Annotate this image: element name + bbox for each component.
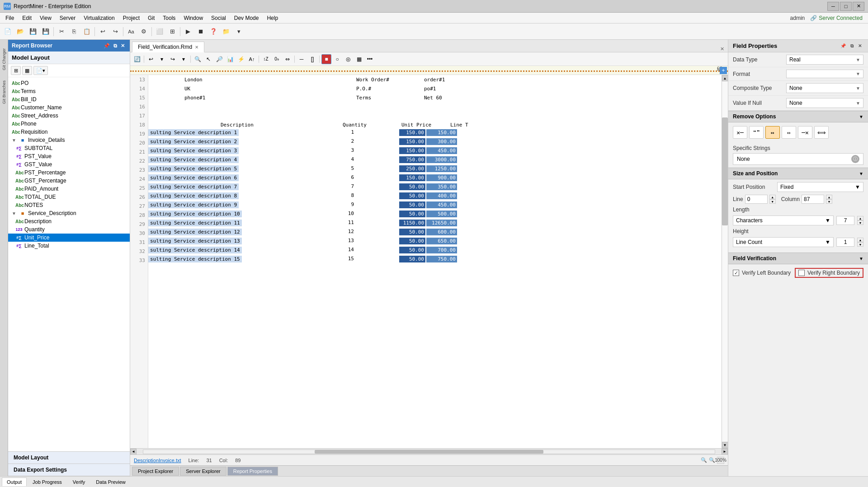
remove-options-section-header[interactable]: Remove Options ▼ <box>728 111 868 122</box>
panel-close-x[interactable]: ✕ <box>720 46 724 52</box>
verify-tab[interactable]: Verify <box>68 478 90 487</box>
tree-item-servicedescription[interactable]: ▼ ■ Service_Description <box>8 209 130 217</box>
tree-item-notes[interactable]: Abc NOTES <box>8 201 130 209</box>
new-button[interactable]: 📄 <box>2 26 14 37</box>
git-branches-tab[interactable]: Git Branches <box>0 76 8 108</box>
tree-item-paidamount[interactable]: Abc PAID_Amount <box>8 185 130 193</box>
report-properties-tab[interactable]: Report Properties <box>227 467 278 476</box>
editor-tab-field-verification[interactable]: Field_Verification.Rmd ✕ <box>132 42 204 52</box>
search-button[interactable]: 🔎 <box>214 54 224 64</box>
copy-button[interactable]: ⎘ <box>68 26 80 37</box>
align-button[interactable]: ⇔ <box>283 54 292 64</box>
length-value-input[interactable]: 7 <box>836 216 854 225</box>
tree-item-terms[interactable]: Abc Terms <box>8 87 130 95</box>
open-button[interactable]: 📂 <box>14 26 26 37</box>
run-button[interactable]: ▶ <box>182 26 194 37</box>
line-input[interactable]: 0 <box>745 195 768 204</box>
tree-item-customername[interactable]: Abc Customer_Name <box>8 103 130 112</box>
panel-float-button[interactable]: ⧉ <box>112 42 118 49</box>
save-button[interactable]: 💾 <box>27 26 39 37</box>
height-type-select[interactable]: Line Count ▼ <box>733 237 834 247</box>
column-down-button[interactable]: ▼ <box>826 199 832 204</box>
expand-icon[interactable]: ▼ <box>12 211 17 216</box>
scroll-right-button[interactable]: ► <box>722 449 728 455</box>
git-changer-tab[interactable]: Git Changer <box>0 44 8 75</box>
dash-button[interactable]: ─ <box>297 54 307 64</box>
length-up-button[interactable]: ▲ <box>857 216 863 220</box>
redo-button[interactable]: ↪ <box>168 54 178 64</box>
size-position-section-header[interactable]: Size and Position ▼ <box>728 168 868 179</box>
tree-btn-2[interactable]: ▦ <box>22 66 32 75</box>
scroll-thumb[interactable] <box>722 117 728 225</box>
value-if-null-select[interactable]: None ▼ <box>786 98 863 108</box>
bracket-button[interactable]: [] <box>307 54 317 64</box>
data-preview-tab[interactable]: Data Preview <box>91 478 130 487</box>
data-export-settings-btn[interactable]: Data Export Settings <box>8 464 130 476</box>
tree-item-po[interactable]: Abc PO <box>8 79 130 87</box>
paste-button[interactable]: 📋 <box>81 26 93 37</box>
refresh-button[interactable]: 🔄 <box>132 54 142 64</box>
tree-item-invoicedetails[interactable]: ▼ ■ Invoice_Details <box>8 136 130 144</box>
column-up-button[interactable]: ▲ <box>826 195 832 199</box>
menu-project[interactable]: Project <box>119 14 143 22</box>
format-select[interactable]: ▼ <box>786 70 863 78</box>
close-button[interactable]: ✕ <box>853 2 864 11</box>
tab-close-button[interactable]: ✕ <box>195 45 198 50</box>
more-button[interactable]: ••• <box>365 54 375 64</box>
job-progress-tab[interactable]: Job Progress <box>28 478 67 487</box>
undo-button[interactable]: ↩ <box>146 54 156 64</box>
highlight-button[interactable]: ■ <box>321 54 331 64</box>
grid-button[interactable]: ▦ <box>354 54 364 64</box>
verify-right-group[interactable]: Verify Right Boundary <box>795 268 863 278</box>
scroll-down-button[interactable]: ▼ <box>722 442 728 448</box>
menu-tools[interactable]: Tools <box>159 14 179 22</box>
horizontal-scrollbar[interactable]: ◄ ► <box>130 448 728 454</box>
status-filename[interactable]: DescriptionInvoice.txt <box>134 458 181 463</box>
menu-devmode[interactable]: Dev Mode <box>231 14 263 22</box>
select-button[interactable]: ↖ <box>203 54 213 64</box>
data-type-select[interactable]: Real ▼ <box>786 55 863 65</box>
ro-btn-4[interactable]: ⇔ <box>782 126 796 139</box>
chart-button[interactable]: 📊 <box>225 54 235 64</box>
tree-item-phone[interactable]: Abc Phone <box>8 120 130 128</box>
scroll-up-button[interactable]: ▲ <box>722 75 728 81</box>
redo-button[interactable]: ↪ <box>109 26 121 37</box>
ro-btn-1[interactable]: ✕─ <box>733 126 747 139</box>
tree-item-streetaddress[interactable]: Abc Street_Address <box>8 112 130 120</box>
output-tab[interactable]: Output <box>2 478 27 486</box>
font2-button[interactable]: A↑ <box>247 54 257 64</box>
tree-item-requisition[interactable]: Abc Requisition <box>8 128 130 136</box>
et-dropdown-button[interactable]: ▾ <box>157 54 167 64</box>
rp-pin-button[interactable]: 📌 <box>839 43 848 49</box>
scroll-thumb-h[interactable] <box>315 450 543 454</box>
tree-item-quantity[interactable]: 123 Quantity <box>8 225 130 234</box>
tree-item-billid[interactable]: Abc Bill_ID <box>8 95 130 103</box>
ro-btn-6[interactable]: ⟺ <box>814 126 829 139</box>
menu-view[interactable]: View <box>36 14 55 22</box>
panel-pin-button[interactable]: 📌 <box>102 42 111 49</box>
tree-item-totaldue[interactable]: Abc TOTAL_DUE <box>8 193 130 201</box>
field-verification-section-header[interactable]: Field Verification ▼ <box>728 253 868 264</box>
font-button[interactable]: Aa <box>125 26 137 37</box>
sort-button[interactable]: ↕Z <box>261 54 271 64</box>
column-input[interactable]: 87 <box>802 195 824 204</box>
verify-right-checkbox[interactable] <box>798 270 805 276</box>
extract-button[interactable]: ⚡ <box>236 54 246 64</box>
specific-strings-info-button[interactable]: ⓘ <box>851 155 859 163</box>
save-all-button[interactable]: 💾 <box>40 26 52 37</box>
frame2-button[interactable]: ⊞ <box>166 26 178 37</box>
scroll-left-button[interactable]: ◄ <box>130 449 137 455</box>
circle2-button[interactable]: ◎ <box>343 54 353 64</box>
menu-git[interactable]: Git <box>144 14 158 22</box>
height-value-input[interactable]: 1 <box>836 238 854 247</box>
tree-btn-1[interactable]: ⊞ <box>11 66 21 75</box>
line-up-button[interactable]: ▲ <box>769 195 776 199</box>
server-explorer-tab[interactable]: Server Explorer <box>180 467 226 476</box>
tree-item-description[interactable]: Abc Description <box>8 217 130 225</box>
minimize-button[interactable]: ─ <box>827 2 839 11</box>
project-explorer-tab[interactable]: Project Explorer <box>132 467 179 476</box>
length-down-button[interactable]: ▼ <box>857 220 863 225</box>
tree-btn-3[interactable]: 📄▾ <box>33 66 48 75</box>
menu-help[interactable]: Help <box>263 14 282 22</box>
start-position-select[interactable]: Fixed ▼ <box>777 182 863 192</box>
